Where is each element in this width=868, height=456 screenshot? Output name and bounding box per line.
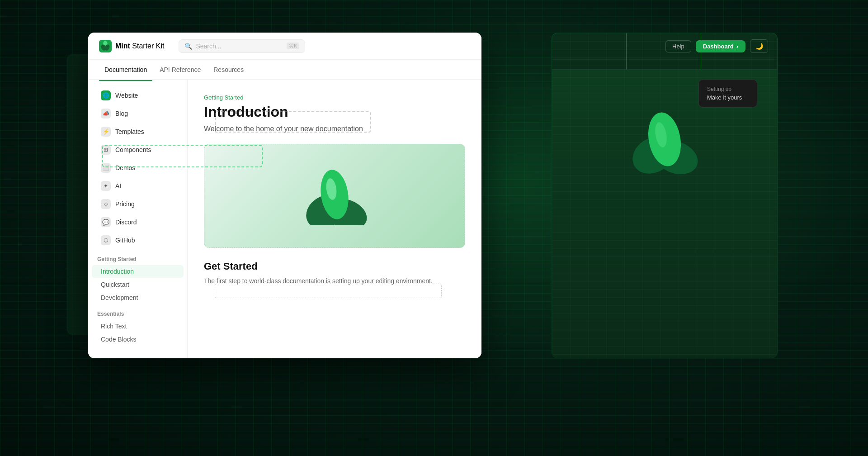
search-bar[interactable]: 🔍 Search... ⌘K [179,39,305,53]
sidebar-label-blog: Blog [115,110,128,117]
sidebar-label-discord: Discord [115,218,137,226]
sidebar-item-introduction[interactable]: Introduction [92,265,184,278]
sidebar-item-demos[interactable]: ⬜ Demos [92,159,184,176]
sidebar-label-pricing: Pricing [115,200,135,208]
sidebar-item-rich-text[interactable]: Rich Text [92,320,184,332]
discord-icon: 💬 [101,217,111,227]
sidebar-item-templates[interactable]: ⚡ Templates [92,123,184,140]
mint-logo-icon [99,40,112,52]
topbar: Mint Starter Kit 🔍 Search... ⌘K [88,33,481,60]
page-title: Introduction [204,104,465,120]
introduction-label: Introduction [101,268,134,275]
templates-icon: ⚡ [101,127,111,137]
sidebar-item-ai[interactable]: ✦ AI [92,177,184,195]
sidebar-item-github[interactable]: ⬡ GitHub [92,232,184,249]
search-placeholder: Search... [196,43,283,50]
sidebar-label-demos: Demos [115,164,135,171]
setting-up-label: Setting up [707,86,749,92]
page-subtitle: Welcome to the home of your new document… [204,125,465,133]
get-started-text: The first step to world-class documentat… [204,276,465,286]
ai-icon: ✦ [101,181,111,191]
sidebar-item-components[interactable]: ⊞ Components [92,141,184,158]
logo-name: Mint Starter Kit [115,42,164,50]
components-icon: ⊞ [101,145,111,155]
search-icon: 🔍 [184,43,192,50]
section-getting-started: Getting Started [88,250,187,265]
sidebar-label-templates: Templates [115,128,144,135]
sidebar-item-website[interactable]: 🌐 Website [92,87,184,104]
code-blocks-label: Code Blocks [101,336,137,343]
demos-icon: ⬜ [101,163,111,173]
sidebar-label-github: GitHub [115,237,135,244]
sidebar-item-blog[interactable]: 📣 Blog [92,105,184,122]
hero-image [204,144,465,248]
tab-api-reference[interactable]: API Reference [154,62,206,77]
rich-text-label: Rich Text [101,323,127,330]
tab-resources[interactable]: Resources [208,62,249,77]
sidebar-item-pricing[interactable]: ◇ Pricing [92,195,184,213]
website-icon: 🌐 [101,90,111,100]
theme-toggle-button[interactable]: 🌙 [750,39,768,53]
search-shortcut: ⌘K [287,43,299,49]
setting-up-card: Setting up Make it yours [698,79,757,108]
right-topbar: Help Dashboard › 🌙 [552,33,777,60]
nav-tabs: Documentation API Reference Resources [88,60,481,80]
setting-up-title: Make it yours [707,94,749,101]
large-leaf-decoration [624,105,705,180]
content-area: Getting Started Introduction Welcome to … [188,80,481,358]
sidebar-label-ai: AI [115,182,121,190]
sidebar-item-development[interactable]: Development [92,291,184,304]
sidebar-item-code-blocks[interactable]: Code Blocks [92,333,184,346]
sidebar-label-components: Components [115,146,151,153]
get-started-title: Get Started [204,261,465,272]
development-label: Development [101,294,138,301]
github-icon: ⬡ [101,235,111,245]
help-button[interactable]: Help [665,40,691,52]
logo-area: Mint Starter Kit [99,40,164,52]
quickstart-label: Quickstart [101,281,129,288]
sidebar-label-website: Website [115,92,138,99]
doc-body: 🌐 Website 📣 Blog ⚡ Templates ⊞ Component… [88,80,481,358]
main-window: Mint Starter Kit 🔍 Search... ⌘K Document… [88,33,481,358]
theme-icon: 🌙 [755,43,763,50]
sidebar-item-quickstart[interactable]: Quickstart [92,278,184,291]
dashboard-button[interactable]: Dashboard › [696,40,745,52]
get-started-section: Get Started The first step to world-clas… [204,261,465,286]
hero-leaf-svg [301,166,368,225]
tab-documentation[interactable]: Documentation [99,62,152,77]
dashboard-label: Dashboard [703,43,734,50]
breadcrumb: Getting Started [204,94,465,101]
section-essentials: Essentials [88,304,187,320]
sidebar-item-discord[interactable]: 💬 Discord [92,214,184,231]
sidebar: 🌐 Website 📣 Blog ⚡ Templates ⊞ Component… [88,80,188,358]
dashboard-arrow: › [736,43,738,50]
pricing-icon: ◇ [101,199,111,209]
blog-icon: 📣 [101,109,111,119]
